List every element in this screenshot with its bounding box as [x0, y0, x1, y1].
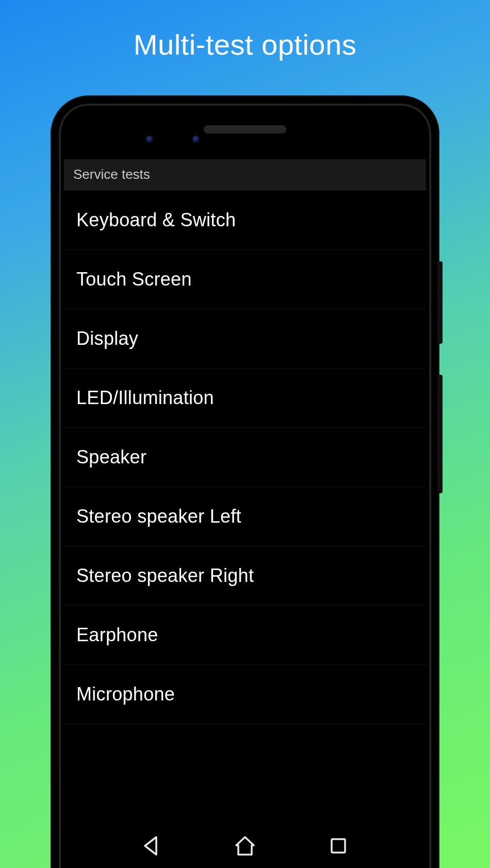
list-item-display[interactable]: Display [64, 309, 426, 369]
list-item-keyboard-switch[interactable]: Keyboard & Switch [64, 191, 426, 250]
test-list[interactable]: Keyboard & Switch Touch Screen Display L… [64, 191, 426, 824]
earpiece-speaker-slot [204, 125, 286, 133]
recents-icon [326, 834, 350, 858]
list-item-led-illumination[interactable]: LED/Illumination [64, 369, 426, 428]
front-camera-icon [146, 136, 153, 143]
list-item-label: Earphone [76, 624, 158, 645]
list-item-touch-screen[interactable]: Touch Screen [64, 250, 426, 309]
back-button[interactable] [140, 834, 164, 858]
list-item-microphone[interactable]: Microphone [64, 665, 426, 724]
front-sensor-icon [192, 136, 200, 143]
list-item-label: Microphone [76, 683, 175, 705]
side-button-top [437, 261, 443, 344]
list-item-label: Keyboard & Switch [76, 209, 236, 230]
side-button-bottom [437, 375, 443, 493]
list-item-earphone[interactable]: Earphone [64, 606, 426, 665]
back-icon [140, 834, 164, 858]
phone-bezel: Service tests Keyboard & Switch Touch Sc… [59, 104, 431, 868]
list-item-label: Touch Screen [76, 269, 192, 290]
phone-mockup: Service tests Keyboard & Switch Touch Sc… [52, 96, 438, 868]
list-item-label: Display [76, 328, 138, 349]
recents-button[interactable] [326, 834, 350, 858]
list-item-label: Stereo speaker Left [76, 506, 241, 527]
page-title: Multi-test options [134, 28, 356, 61]
list-item-label: LED/Illumination [76, 387, 214, 408]
list-item-label: Stereo speaker Right [76, 565, 254, 586]
app-header: Service tests [64, 159, 426, 191]
home-button[interactable] [233, 834, 257, 858]
list-item-stereo-speaker-left[interactable]: Stereo speaker Left [64, 487, 426, 546]
list-item-stereo-speaker-right[interactable]: Stereo speaker Right [64, 546, 426, 606]
list-item-label: Speaker [76, 446, 146, 468]
svg-rect-0 [332, 839, 345, 853]
phone-screen: Service tests Keyboard & Switch Touch Sc… [64, 159, 426, 868]
home-icon [233, 834, 257, 858]
list-item-speaker[interactable]: Speaker [64, 428, 426, 487]
app-header-title: Service tests [73, 166, 417, 182]
android-navbar [64, 824, 426, 868]
